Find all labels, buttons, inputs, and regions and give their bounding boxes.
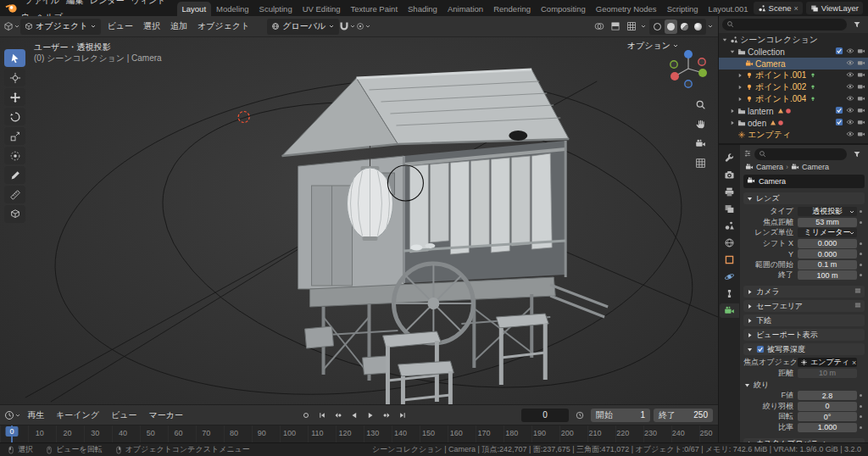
- pan-button[interactable]: [694, 118, 707, 131]
- disclosure-icon[interactable]: [721, 36, 730, 45]
- outliner-search-input[interactable]: [737, 20, 843, 29]
- disclosure-icon[interactable]: [729, 119, 737, 128]
- outliner-row[interactable]: ポイント.004: [719, 93, 868, 105]
- outliner-row[interactable]: Camera: [719, 58, 868, 70]
- tool-rotate-button[interactable]: [4, 108, 25, 125]
- topbar-menu-item[interactable]: レンダー: [86, 0, 128, 5]
- section-menu-button[interactable]: [854, 286, 862, 297]
- outliner-row[interactable]: lantern: [719, 105, 868, 117]
- outliner-row[interactable]: oden: [719, 117, 868, 129]
- number-field[interactable]: 0.000: [798, 239, 857, 248]
- timeline-menu-item[interactable]: マーカー: [143, 409, 187, 421]
- visibility-eye-toggle[interactable]: [846, 106, 854, 116]
- breadcrumb-item[interactable]: Camera: [745, 163, 783, 171]
- section-menu-button[interactable]: [854, 301, 862, 311]
- render-visibility-toggle[interactable]: [857, 70, 865, 81]
- section-header-lens[interactable]: レンズ: [743, 192, 865, 204]
- workspace-tab[interactable]: Layout.001: [704, 2, 754, 16]
- timeline-editor-type-button[interactable]: [5, 407, 20, 423]
- visibility-eye-toggle[interactable]: [846, 47, 854, 57]
- section-header-camera[interactable]: カメラ: [743, 286, 865, 298]
- object-field[interactable]: エンプティ×: [798, 358, 857, 367]
- workspace-tab[interactable]: Compositing: [536, 2, 591, 16]
- section-header-background-images[interactable]: 下絵: [743, 314, 865, 326]
- viewlayer-selector[interactable]: ViewLayer: [806, 2, 863, 14]
- visibility-eye-toggle[interactable]: [846, 58, 854, 69]
- show-gizmo-toggle[interactable]: [624, 19, 639, 35]
- shading-rendered-button[interactable]: [692, 19, 704, 34]
- viewport-menu-item[interactable]: オブジェクト: [192, 20, 254, 32]
- breadcrumb-item[interactable]: Camera: [791, 163, 829, 171]
- properties-tab-tool[interactable]: [720, 151, 739, 165]
- tool-measure-button[interactable]: [4, 186, 25, 203]
- number-field[interactable]: 1.000: [798, 423, 857, 432]
- clear-button[interactable]: ×: [852, 359, 856, 367]
- properties-tab-output[interactable]: [720, 185, 739, 199]
- proportional-editing-toggle[interactable]: [356, 19, 371, 35]
- outliner-row[interactable]: シーンコレクション: [719, 34, 868, 46]
- section-header-viewport-display[interactable]: ビューポート表示: [743, 329, 865, 341]
- viewport-menu-item[interactable]: 追加: [165, 20, 192, 32]
- collection-checkbox[interactable]: [835, 47, 843, 57]
- keyframe-dot[interactable]: [860, 264, 862, 266]
- section-header-safe-areas[interactable]: セーフエリア: [743, 300, 865, 312]
- camera-view-button[interactable]: [694, 137, 707, 150]
- blender-logo-icon[interactable]: [5, 2, 18, 14]
- subsection-header[interactable]: 絞り: [743, 380, 865, 390]
- timeline-menu-item[interactable]: キーイング: [51, 409, 104, 421]
- timeline-menu-item[interactable]: 再生: [22, 409, 49, 421]
- workspace-tab[interactable]: Layout: [177, 2, 212, 16]
- number-field[interactable]: 53 mm: [798, 218, 857, 227]
- render-visibility-toggle[interactable]: [857, 106, 865, 116]
- tool-transform-button[interactable]: [4, 147, 25, 164]
- render-visibility-toggle[interactable]: [857, 130, 865, 140]
- number-field[interactable]: 10 m: [798, 369, 857, 378]
- tool-scale-button[interactable]: [4, 127, 25, 145]
- workspace-tab[interactable]: Texture Paint: [346, 2, 403, 16]
- jump-end-button[interactable]: [396, 408, 410, 422]
- outliner-row[interactable]: Collection: [719, 46, 868, 58]
- number-field[interactable]: 0: [798, 402, 857, 411]
- viewport-3d[interactable]: ユーザー・透視投影 (0) シーンコレクション | Camera オプション: [0, 37, 718, 404]
- scene-selector[interactable]: Scene×: [754, 2, 803, 14]
- tool-move-button[interactable]: [4, 88, 25, 106]
- properties-tab-render[interactable]: [720, 168, 739, 182]
- outliner-row[interactable]: エンプティ: [719, 129, 868, 141]
- keyframe-dot[interactable]: [860, 242, 862, 245]
- keyframe-dot[interactable]: [860, 210, 862, 213]
- tool-annotate-button[interactable]: [4, 166, 25, 184]
- xray-toggle[interactable]: [608, 19, 623, 35]
- render-visibility-toggle[interactable]: [857, 118, 865, 128]
- shading-solid-button[interactable]: [665, 19, 677, 34]
- render-visibility-toggle[interactable]: [857, 47, 865, 57]
- dropdown-field[interactable]: 透視投影: [798, 207, 857, 216]
- keyframe-dot[interactable]: [860, 274, 862, 276]
- viewport-menu-item[interactable]: ビュー: [102, 20, 137, 32]
- properties-tab-world[interactable]: [720, 236, 739, 250]
- visibility-eye-toggle[interactable]: [846, 94, 854, 104]
- close-icon[interactable]: ×: [794, 4, 798, 13]
- properties-tab-scene[interactable]: [720, 219, 739, 233]
- editor-type-button[interactable]: [4, 19, 19, 35]
- shading-wireframe-button[interactable]: [651, 19, 664, 34]
- orientation-selector[interactable]: グローバル: [267, 19, 339, 35]
- keyframe-dot[interactable]: [860, 415, 862, 418]
- tool-addcube-button[interactable]: [4, 205, 25, 223]
- dropdown-field[interactable]: ミリメーター: [798, 228, 857, 237]
- topbar-menu-item[interactable]: 編集: [63, 0, 86, 5]
- render-visibility-toggle[interactable]: [857, 82, 865, 92]
- zoom-button[interactable]: [694, 98, 707, 111]
- timeline-menu-item[interactable]: ビュー: [106, 409, 142, 421]
- properties-search[interactable]: [754, 148, 847, 160]
- properties-tab-object-data[interactable]: [720, 303, 739, 318]
- prev-keyframe-button[interactable]: [331, 408, 346, 422]
- keyframe-dot[interactable]: [860, 221, 862, 224]
- properties-tab-view-layer[interactable]: [720, 202, 739, 216]
- visibility-eye-toggle[interactable]: [846, 82, 854, 92]
- workspace-tab[interactable]: Rendering: [488, 2, 536, 16]
- play-reverse-button[interactable]: [348, 408, 362, 422]
- disclosure-icon[interactable]: [737, 95, 745, 104]
- snap-toggle[interactable]: [340, 19, 355, 35]
- properties-filter-button[interactable]: [849, 147, 865, 163]
- visibility-eye-toggle[interactable]: [846, 118, 854, 128]
